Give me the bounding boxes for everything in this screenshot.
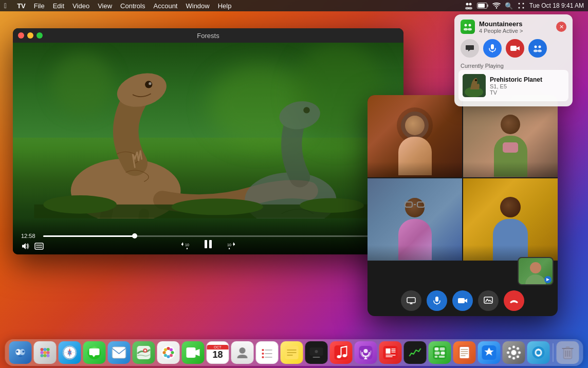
subtitles-button[interactable] bbox=[34, 243, 44, 250]
tv-playback-controls: 12:58 -33:73 bbox=[13, 218, 403, 254]
menu-window[interactable]: Window bbox=[186, 2, 209, 10]
dock-photos[interactable] bbox=[157, 341, 180, 364]
svg-rect-45 bbox=[510, 46, 517, 51]
tv-titlebar: Forests bbox=[13, 28, 403, 43]
dock-news[interactable] bbox=[379, 341, 402, 364]
pages-icon bbox=[458, 345, 471, 360]
tv-window: Forests bbox=[13, 28, 403, 254]
sp-video-button[interactable] bbox=[506, 39, 524, 58]
person-body-3 bbox=[398, 219, 432, 260]
volume-button[interactable] bbox=[21, 243, 30, 250]
dock-reminders[interactable] bbox=[256, 341, 279, 364]
mute-button[interactable] bbox=[427, 290, 447, 311]
svg-point-10 bbox=[518, 7, 520, 9]
dock-finder[interactable] bbox=[9, 341, 32, 364]
progress-track[interactable] bbox=[43, 235, 371, 237]
sp-chat-button[interactable] bbox=[461, 39, 479, 58]
person-silhouette-4 bbox=[490, 194, 531, 261]
menu-help[interactable]: Help bbox=[218, 2, 232, 10]
svg-point-49 bbox=[538, 50, 542, 52]
svg-rect-43 bbox=[491, 44, 494, 49]
progress-fill bbox=[43, 235, 135, 237]
svg-point-60 bbox=[44, 348, 47, 351]
menu-account[interactable]: Account bbox=[154, 2, 178, 10]
person-body-2 bbox=[494, 136, 527, 177]
svg-point-41 bbox=[464, 28, 468, 31]
dock-maps[interactable] bbox=[133, 341, 155, 364]
dock-music[interactable] bbox=[330, 341, 353, 364]
end-call-button[interactable] bbox=[504, 290, 524, 311]
menu-video[interactable]: Video bbox=[72, 2, 89, 10]
dock-contacts[interactable] bbox=[231, 341, 254, 364]
svg-point-92 bbox=[262, 349, 264, 351]
svg-point-85 bbox=[170, 348, 173, 352]
search-menubar-icon[interactable]: 🔍 bbox=[505, 2, 513, 10]
sp-mic-button[interactable] bbox=[483, 39, 502, 58]
sp-active-label[interactable]: 4 People Active > bbox=[479, 28, 556, 34]
menu-file[interactable]: File bbox=[34, 2, 45, 10]
dock-notes[interactable] bbox=[281, 341, 303, 364]
svg-point-65 bbox=[41, 354, 44, 357]
dock-messages[interactable] bbox=[83, 341, 106, 364]
dock-calendar[interactable]: OCT 18 bbox=[207, 341, 229, 364]
svg-point-66 bbox=[44, 354, 47, 357]
currently-playing-section: Currently Playing Prehistoric Planet S1,… bbox=[454, 63, 573, 101]
dock-stocks[interactable] bbox=[404, 341, 427, 364]
svg-point-67 bbox=[47, 354, 50, 357]
svg-point-63 bbox=[44, 351, 47, 354]
dock-mail[interactable] bbox=[108, 341, 131, 364]
screen-share-button[interactable] bbox=[401, 290, 421, 311]
dock-launchpad[interactable] bbox=[34, 341, 57, 364]
dock-podcasts[interactable] bbox=[355, 341, 377, 364]
controls-row: 10 10 bbox=[21, 242, 395, 250]
sp-shareplay-button[interactable] bbox=[528, 39, 547, 58]
dock-appstore[interactable] bbox=[478, 341, 501, 364]
rewind-10-button[interactable]: 10 bbox=[181, 239, 193, 249]
dock-privacy[interactable] bbox=[527, 341, 550, 364]
person-body-4 bbox=[493, 219, 528, 261]
camera-button[interactable] bbox=[452, 290, 473, 311]
apple-menu[interactable]:  bbox=[4, 2, 7, 10]
show-meta-season: S1, E5 bbox=[490, 83, 542, 89]
dock-system-prefs[interactable] bbox=[503, 341, 525, 364]
dock-facetime[interactable] bbox=[182, 341, 205, 364]
svg-point-94 bbox=[262, 353, 264, 355]
close-button[interactable] bbox=[18, 32, 24, 39]
svg-point-14 bbox=[145, 81, 152, 88]
maximize-button[interactable] bbox=[36, 32, 43, 39]
dock-safari[interactable] bbox=[59, 341, 81, 364]
dock-numbers[interactable] bbox=[429, 341, 451, 364]
effects-button[interactable] bbox=[478, 290, 499, 311]
control-center-icon[interactable] bbox=[517, 2, 525, 10]
forward-10-button[interactable]: 10 bbox=[224, 239, 235, 249]
person-head-2 bbox=[501, 115, 520, 134]
person-silhouette-1 bbox=[394, 111, 435, 177]
dock-pages[interactable] bbox=[453, 341, 476, 364]
menu-edit[interactable]: Edit bbox=[53, 2, 64, 10]
menu-view[interactable]: View bbox=[98, 2, 112, 10]
launchpad-icon bbox=[39, 346, 52, 359]
wifi-icon[interactable] bbox=[492, 3, 501, 9]
dock-separator bbox=[553, 343, 554, 362]
minimize-button[interactable] bbox=[27, 32, 33, 39]
menu-controls[interactable]: Controls bbox=[120, 2, 145, 10]
svg-point-8 bbox=[518, 3, 520, 5]
svg-rect-122 bbox=[435, 352, 440, 355]
menu-tv[interactable]: TV bbox=[17, 2, 26, 10]
svg-point-21 bbox=[172, 199, 263, 215]
svg-point-18 bbox=[303, 107, 309, 114]
svg-point-135 bbox=[512, 346, 515, 348]
svg-point-57 bbox=[23, 351, 25, 353]
now-playing-card[interactable]: Prehistoric Planet S1, E5 TV bbox=[458, 70, 568, 101]
sp-close-button[interactable]: ✕ bbox=[556, 22, 566, 32]
svg-point-105 bbox=[337, 355, 341, 358]
shareplay-menubar-icon[interactable] bbox=[465, 2, 473, 10]
dock-trash[interactable] bbox=[557, 341, 579, 364]
play-pause-button[interactable] bbox=[203, 239, 213, 249]
svg-point-142 bbox=[517, 347, 519, 350]
svg-point-78 bbox=[144, 349, 146, 352]
dock-appletv[interactable] bbox=[305, 341, 328, 364]
participant-1 bbox=[368, 95, 462, 177]
svg-rect-34 bbox=[407, 298, 415, 303]
svg-point-0 bbox=[466, 3, 468, 6]
